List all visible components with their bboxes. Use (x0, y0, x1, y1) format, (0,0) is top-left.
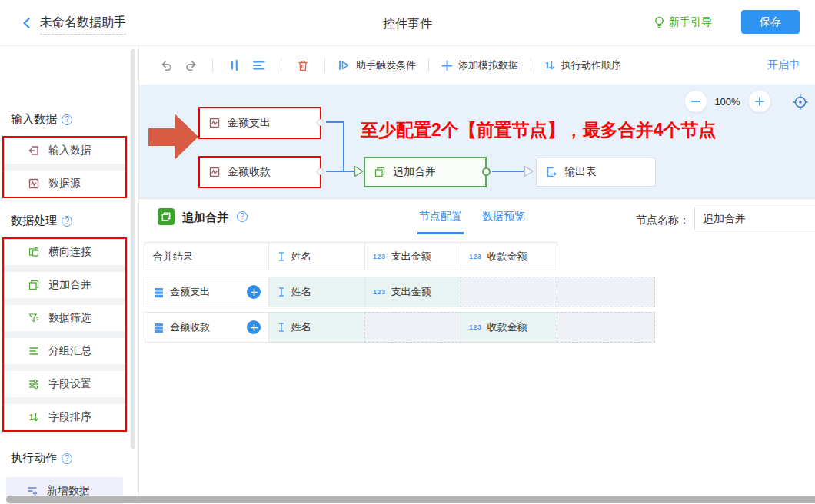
empty-field-cell[interactable] (557, 312, 655, 343)
sidebar-scrollbar[interactable] (131, 49, 135, 449)
canvas-toolbar: 助手触发条件 添加模拟数据 1 执行动作顺序 开启中 (139, 46, 815, 85)
guide-label: 新手引导 (669, 15, 712, 29)
source-cell-expense: 金额支出 (145, 277, 269, 307)
zoom-out-button[interactable] (685, 91, 707, 112)
redo-button[interactable] (181, 56, 200, 75)
action-order-label: 执行动作顺序 (561, 58, 621, 72)
join-icon (28, 246, 40, 258)
tab-data-preview[interactable]: 数据预览 (482, 199, 525, 234)
empty-field-cell[interactable] (364, 312, 461, 343)
minus-icon (690, 96, 701, 107)
table-rows-icon (153, 322, 165, 333)
output-port[interactable] (482, 167, 491, 176)
table-row: 金额支出 姓名 123 支出金额 (145, 277, 655, 307)
sidebar-item-datasource[interactable]: 数据源 (4, 171, 125, 197)
sidebar-item-append-merge[interactable]: 追加合并 (4, 272, 125, 298)
datasource-icon (208, 117, 221, 129)
flow-node-expense[interactable]: 金额支出 (198, 107, 321, 139)
add-field-button[interactable] (247, 320, 261, 334)
flow-node-income[interactable]: 金额收款 (198, 156, 321, 188)
status-badge[interactable]: 开启中 (767, 58, 800, 72)
delete-button[interactable] (294, 56, 312, 75)
field-label: 姓名 (291, 320, 311, 334)
topbar: 未命名数据助手 控件事件 新手引导 保存 (0, 0, 815, 46)
trigger-condition-label: 助手触发条件 (356, 58, 416, 72)
sidebar-item-label: 数据筛选 (48, 311, 91, 325)
help-icon[interactable]: ? (237, 211, 248, 222)
help-icon[interactable]: ? (62, 114, 72, 125)
sidebar-item-field-settings[interactable]: 字段设置 (4, 371, 125, 397)
panel-node-title: 追加合并 (182, 211, 228, 225)
input-group-annotation-box: 输入数据 数据源 (2, 136, 127, 198)
output-port[interactable] (317, 168, 324, 175)
node-name-input[interactable] (694, 207, 815, 230)
field-sort-icon: 1 (28, 411, 40, 423)
flow-canvas[interactable]: 金额支出 金额收款 追加合并 输出表 (139, 85, 815, 198)
help-icon[interactable]: ? (62, 216, 72, 227)
table-row: 金额收款 姓名 123 收款金额 (145, 312, 655, 343)
align-horizontal-button[interactable] (250, 56, 268, 75)
connector-line (326, 121, 344, 123)
locate-button[interactable] (791, 93, 810, 111)
flow-node-append-merge[interactable]: 追加合并 (364, 157, 487, 187)
mapped-field-cell[interactable]: 姓名 (268, 312, 365, 343)
sidebar-item-input-data[interactable]: 输入数据 (4, 138, 125, 164)
sidebar-item-join[interactable]: 横向连接 (4, 239, 125, 265)
empty-field-cell[interactable] (557, 277, 655, 307)
import-icon (28, 144, 40, 157)
mapped-field-cell[interactable]: 姓名 (268, 277, 365, 307)
header-cell-merge-result: 合并结果 (145, 242, 269, 270)
horizontal-scrollbar[interactable] (6, 496, 815, 503)
header-cell-name: 姓名 (268, 242, 365, 270)
section-header-action: 执行动作 ? (11, 451, 72, 466)
node-label: 输出表 (564, 165, 597, 179)
plus-icon (754, 96, 765, 107)
save-button[interactable]: 保存 (741, 10, 800, 34)
help-icon[interactable]: ? (62, 453, 72, 464)
lightbulb-icon (654, 16, 665, 28)
sidebar-item-label: 分组汇总 (48, 344, 91, 358)
flow-node-output-table[interactable]: 输出表 (536, 158, 656, 187)
target-icon (792, 94, 809, 111)
output-port[interactable] (317, 119, 324, 126)
toolbar-divider (281, 58, 281, 72)
align-vertical-button[interactable] (225, 56, 244, 75)
column-header-label: 合并结果 (153, 250, 193, 264)
annotation-text: 至少配置2个【前置节点】，最多合并4个节点 (361, 118, 717, 142)
beginner-guide-link[interactable]: 新手引导 (654, 15, 712, 29)
section-title: 执行动作 (11, 451, 57, 466)
action-order-button[interactable]: 1 执行动作顺序 (544, 58, 621, 72)
zoom-in-button[interactable] (749, 91, 770, 112)
trigger-condition-button[interactable]: 助手触发条件 (338, 58, 416, 72)
align-vertical-icon (228, 59, 241, 71)
tab-label: 数据预览 (482, 210, 525, 224)
sidebar: 输入数据 ? 输入数据 数据源 数据处理 ? (0, 46, 139, 504)
sidebar-item-field-sort[interactable]: 1 字段排序 (4, 404, 125, 430)
add-field-button[interactable] (247, 285, 261, 299)
section-header-input: 输入数据 ? (11, 112, 72, 127)
add-mock-data-label: 添加模拟数据 (458, 58, 518, 72)
svg-text:1: 1 (545, 61, 550, 70)
empty-field-cell[interactable] (461, 277, 557, 307)
column-header-label: 支出金额 (391, 250, 431, 264)
toolbar-divider (324, 58, 325, 72)
add-mock-data-button[interactable]: 添加模拟数据 (441, 58, 518, 72)
append-merge-icon (28, 279, 40, 291)
mapped-field-cell[interactable]: 123 支出金额 (364, 277, 461, 307)
section-title: 输入数据 (11, 112, 57, 127)
sidebar-item-label: 数据源 (48, 177, 81, 191)
table-rows-icon (153, 287, 165, 298)
undo-button[interactable] (157, 56, 175, 75)
sidebar-item-filter[interactable]: 数据筛选 (4, 305, 125, 331)
datasource-icon (28, 177, 40, 190)
mapped-field-cell[interactable]: 123 收款金额 (461, 312, 557, 343)
column-header-label: 收款金额 (487, 250, 527, 264)
node-label: 金额支出 (228, 116, 271, 130)
tab-node-config[interactable]: 节点配置 (419, 199, 462, 234)
number-type-icon: 123 (373, 288, 386, 296)
sidebar-item-label: 字段设置 (48, 377, 91, 391)
header-cell-expense-amount: 123 支出金额 (364, 242, 461, 270)
tab-label: 节点配置 (419, 210, 462, 224)
connector-line (326, 171, 354, 172)
sidebar-item-group-summary[interactable]: 分组汇总 (4, 338, 125, 364)
